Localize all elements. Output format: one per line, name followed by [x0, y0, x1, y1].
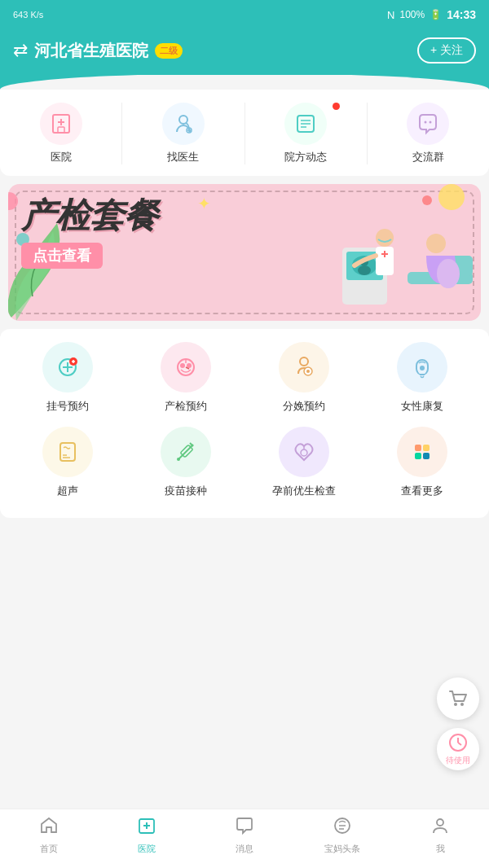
svg-point-18 — [358, 265, 371, 275]
nav-news-tab[interactable]: 宝妈头条 — [293, 816, 391, 855]
vaccine-icon — [172, 438, 200, 466]
message-nav-label: 消息 — [236, 843, 253, 855]
more-icon-bg — [397, 427, 447, 477]
follow-label: + 关注 — [430, 43, 463, 58]
me-icon — [430, 816, 450, 840]
vaccine-icon-bg — [161, 427, 211, 477]
svg-point-35 — [187, 363, 192, 368]
nav-message[interactable]: 消息 — [196, 816, 293, 855]
register-icon-bg — [42, 342, 93, 392]
news-icon-bg — [284, 103, 327, 145]
hospital-nav-label: 医院 — [138, 843, 156, 855]
hospital-badge: 二级 — [155, 43, 183, 59]
group-icon-bg — [407, 103, 449, 145]
svg-rect-45 — [63, 445, 73, 453]
news-notification-dot — [333, 103, 340, 110]
deco-circle4 — [422, 195, 432, 205]
pending-float-button[interactable]: 待使用 — [437, 728, 479, 770]
doctor-icon — [171, 112, 196, 136]
news-icon — [293, 112, 318, 136]
battery-text: 100% — [399, 9, 425, 20]
hospital-icon-bg — [40, 103, 82, 145]
service-register[interactable]: 挂号预约 — [8, 342, 126, 414]
nav-home[interactable]: 首页 — [0, 816, 98, 855]
svg-point-38 — [300, 357, 308, 366]
bottom-nav: 首页 医院 消息 宝妈头条 — [0, 809, 489, 868]
delivery-label: 分娩预约 — [283, 399, 325, 414]
prenatal-icon — [172, 353, 200, 381]
ultrasound-icon — [54, 438, 82, 466]
service-vaccine[interactable]: 疫苗接种 — [126, 427, 244, 498]
svg-rect-54 — [415, 445, 421, 451]
nav-me[interactable]: 我 — [391, 816, 489, 855]
status-right: N 100% 🔋 14:33 — [387, 8, 476, 21]
svg-point-58 — [454, 703, 457, 706]
svg-point-43 — [420, 366, 425, 370]
svg-point-69 — [437, 819, 443, 826]
nav-group[interactable]: 交流群 — [367, 103, 489, 164]
hospital-icon — [49, 112, 73, 136]
quick-nav: 医院 找医生 院方动态 — [0, 90, 489, 176]
service-grid: 挂号预约 产检预约 — [0, 329, 489, 518]
svg-rect-55 — [423, 445, 430, 451]
service-prenatal[interactable]: 产检预约 — [126, 342, 244, 414]
nav-news-label: 院方动态 — [284, 150, 327, 164]
svg-point-52 — [301, 449, 307, 456]
group-icon — [416, 112, 440, 136]
svg-point-13 — [430, 121, 432, 124]
svg-rect-3 — [58, 127, 64, 133]
cloud-decoration — [0, 75, 489, 90]
vaccine-label: 疫苗接种 — [165, 484, 207, 498]
service-more[interactable]: 查看更多 — [363, 427, 481, 498]
network-icon: N — [387, 9, 394, 21]
svg-point-12 — [425, 121, 427, 124]
nav-doctor[interactable]: 找医生 — [121, 103, 244, 164]
home-nav-label: 首页 — [40, 843, 58, 855]
prenatal-icon-bg — [161, 342, 211, 392]
banner-illustration — [318, 207, 481, 321]
header-left: ⇄ 河北省生殖医院 二级 — [13, 40, 183, 62]
banner-title: 产检套餐 — [21, 197, 158, 235]
rehab-icon-bg — [397, 342, 447, 392]
doctor-icon-bg — [162, 103, 205, 145]
svg-point-21 — [426, 234, 446, 253]
follow-button[interactable]: + 关注 — [417, 37, 476, 64]
nav-doctor-label: 找医生 — [167, 150, 199, 164]
deco-star: ✦ — [197, 194, 211, 213]
nav-hospital-label: 医院 — [51, 150, 72, 164]
nav-news[interactable]: 院方动态 — [244, 103, 367, 164]
service-rehab[interactable]: 女性康复 — [363, 342, 481, 414]
prenatal-label: 产检预约 — [165, 399, 207, 414]
service-delivery[interactable]: 分娩预约 — [244, 342, 363, 414]
float-area: 待使用 — [437, 677, 479, 770]
register-label: 挂号预约 — [46, 399, 89, 414]
eugenics-icon — [290, 438, 318, 466]
back-icon[interactable]: ⇄ — [13, 40, 28, 61]
clock-icon — [447, 732, 469, 753]
svg-point-22 — [437, 259, 460, 288]
me-nav-label: 我 — [436, 843, 445, 855]
more-label: 查看更多 — [401, 484, 443, 498]
nav-hospital-tab[interactable]: 医院 — [98, 816, 196, 855]
pending-label: 待使用 — [446, 755, 470, 766]
nav-hospital[interactable]: 医院 — [0, 103, 121, 164]
deco-circle1 — [8, 192, 18, 210]
banner[interactable]: ✦ 产检套餐 点击查看 — [8, 184, 481, 321]
time-display: 14:33 — [447, 8, 476, 21]
svg-rect-56 — [415, 453, 421, 459]
rehab-label: 女性康复 — [401, 399, 443, 414]
header: ⇄ 河北省生殖医院 二级 + 关注 — [0, 29, 489, 75]
nav-group-label: 交流群 — [412, 150, 444, 164]
service-eugenics[interactable]: 孕前优生检查 — [244, 427, 363, 498]
banner-subtitle: 点击查看 — [21, 243, 103, 269]
delivery-icon-bg — [279, 342, 329, 392]
delivery-icon — [290, 353, 318, 381]
svg-line-50 — [190, 443, 193, 446]
register-icon — [54, 353, 82, 381]
cart-float-button[interactable] — [437, 677, 479, 720]
service-ultrasound[interactable]: 超声 — [8, 427, 126, 498]
news-tab-icon — [333, 816, 352, 840]
home-icon — [39, 816, 59, 840]
medical-scene-svg — [318, 207, 481, 321]
svg-point-34 — [180, 363, 185, 368]
